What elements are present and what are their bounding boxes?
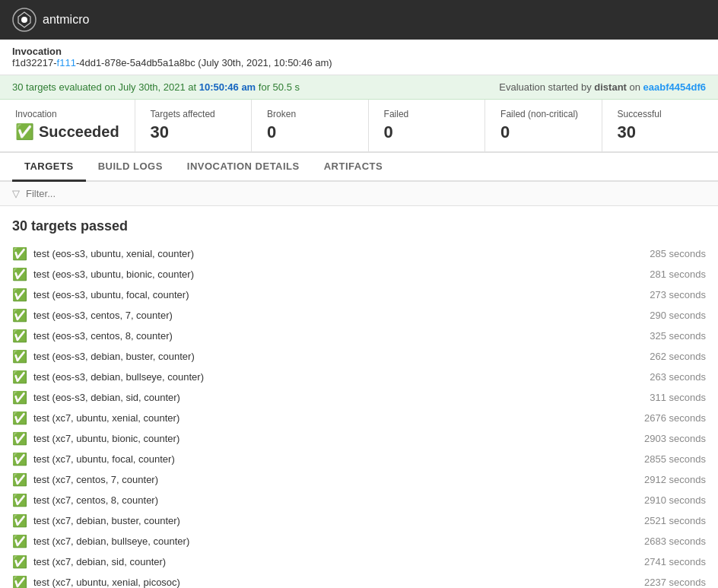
target-check-icon: ✅	[12, 452, 27, 466]
filter-icon: ▽	[12, 188, 20, 199]
target-left: ✅ test (eos-s3, ubuntu, xenial, counter)	[12, 246, 194, 261]
stat-broken: Broken 0	[252, 100, 368, 151]
target-name: test (xc7, ubuntu, focal, counter)	[33, 453, 175, 465]
target-name: test (eos-s3, debian, buster, counter)	[33, 351, 195, 362]
target-check-icon: ✅	[12, 411, 27, 425]
tab-targets[interactable]: TARGETS	[12, 153, 86, 182]
target-check-icon: ✅	[12, 308, 27, 323]
filter-bar: ▽	[0, 182, 718, 206]
target-time: 262 seconds	[650, 351, 706, 362]
target-name: test (eos-s3, debian, bullseye, counter)	[33, 371, 204, 383]
target-item: ✅ test (xc7, ubuntu, bionic, counter) 29…	[12, 428, 706, 449]
target-time: 2912 seconds	[644, 474, 706, 485]
breadcrumb-id-highlight: f111	[57, 57, 76, 68]
target-left: ✅ test (eos-s3, ubuntu, bionic, counter)	[12, 267, 194, 281]
check-circle-icon: ✅	[15, 122, 34, 141]
target-name: test (xc7, centos, 7, counter)	[33, 474, 158, 485]
info-banner: 30 targets evaluated on July 30th, 2021 …	[0, 75, 718, 100]
stats-row: Invocation ✅ Succeeded Targets affected …	[0, 100, 718, 153]
target-name: test (xc7, centos, 8, counter)	[33, 494, 158, 506]
stat-successful-label: Successful	[618, 109, 703, 119]
target-check-icon: ✅	[12, 555, 27, 569]
stat-targets-label: Targets affected	[151, 109, 236, 119]
target-left: ✅ test (xc7, ubuntu, xenial, picosoc)	[12, 575, 180, 588]
stat-invocation-value: Succeeded	[39, 123, 119, 141]
target-left: ✅ test (xc7, centos, 8, counter)	[12, 493, 158, 507]
target-left: ✅ test (xc7, debian, sid, counter)	[12, 555, 166, 569]
target-check-icon: ✅	[12, 329, 27, 343]
target-name: test (eos-s3, ubuntu, xenial, counter)	[33, 248, 194, 259]
breadcrumb-id-prefix: f1d32217-	[12, 57, 57, 68]
target-time: 2855 seconds	[644, 453, 706, 465]
target-item: ✅ test (eos-s3, debian, bullseye, counte…	[12, 367, 706, 387]
target-time: 263 seconds	[650, 371, 706, 383]
target-left: ✅ test (xc7, debian, bullseye, counter)	[12, 534, 189, 548]
targets-list: ✅ test (eos-s3, ubuntu, xenial, counter)…	[12, 243, 706, 588]
tab-build-logs[interactable]: BUILD LOGS	[86, 153, 175, 182]
target-time: 290 seconds	[650, 310, 706, 321]
stat-failed-nc-label: Failed (non-critical)	[500, 109, 586, 119]
target-time: 2683 seconds	[644, 536, 706, 547]
target-name: test (eos-s3, ubuntu, focal, counter)	[33, 289, 189, 300]
target-left: ✅ test (xc7, centos, 7, counter)	[12, 472, 158, 487]
targets-section: 30 targets passed ✅ test (eos-s3, ubuntu…	[0, 206, 718, 588]
target-item: ✅ test (xc7, ubuntu, xenial, picosoc) 22…	[12, 572, 706, 588]
filter-input[interactable]	[26, 188, 706, 199]
banner-right-prefix: Evaluation started by	[499, 81, 594, 93]
target-check-icon: ✅	[12, 431, 27, 446]
target-left: ✅ test (eos-s3, centos, 7, counter)	[12, 308, 173, 323]
target-name: test (eos-s3, centos, 8, counter)	[33, 330, 173, 342]
target-check-icon: ✅	[12, 349, 27, 364]
target-name: test (eos-s3, ubuntu, bionic, counter)	[33, 269, 194, 280]
target-check-icon: ✅	[12, 575, 27, 588]
logo: antmicro	[12, 8, 89, 32]
target-name: test (eos-s3, centos, 7, counter)	[33, 310, 173, 321]
tabs: TARGETS BUILD LOGS INVOCATION DETAILS AR…	[0, 153, 718, 182]
target-item: ✅ test (eos-s3, centos, 7, counter) 290 …	[12, 305, 706, 326]
target-item: ✅ test (xc7, debian, sid, counter) 2741 …	[12, 551, 706, 572]
info-banner-right: Evaluation started by distant on eaabf44…	[499, 81, 706, 93]
target-time: 285 seconds	[650, 248, 706, 259]
target-time: 273 seconds	[650, 289, 706, 300]
banner-distant: distant	[594, 81, 627, 93]
target-check-icon: ✅	[12, 390, 27, 405]
target-time: 2237 seconds	[644, 577, 706, 588]
target-check-icon: ✅	[12, 534, 27, 548]
stat-failed-label: Failed	[384, 109, 469, 119]
tab-invocation-details[interactable]: INVOCATION DETAILS	[175, 153, 312, 182]
stat-targets: Targets affected 30	[135, 100, 252, 151]
target-check-icon: ✅	[12, 472, 27, 487]
target-left: ✅ test (xc7, debian, buster, counter)	[12, 513, 180, 528]
breadcrumb-id: f1d32217-f111-4dd1-878e-5a4db5a1a8bc (Ju…	[12, 57, 706, 68]
target-left: ✅ test (xc7, ubuntu, focal, counter)	[12, 452, 175, 466]
target-item: ✅ test (eos-s3, ubuntu, focal, counter) …	[12, 284, 706, 305]
target-left: ✅ test (eos-s3, centos, 8, counter)	[12, 329, 173, 343]
tab-artifacts[interactable]: ARTIFACTS	[312, 153, 395, 182]
stat-failed: Failed 0	[369, 100, 485, 151]
info-banner-left: 30 targets evaluated on July 30th, 2021 …	[12, 81, 300, 93]
target-left: ✅ test (eos-s3, debian, sid, counter)	[12, 390, 180, 405]
target-time: 2676 seconds	[644, 412, 706, 424]
target-check-icon: ✅	[12, 493, 27, 507]
target-time: 325 seconds	[650, 330, 706, 342]
banner-left-suffix: for 50.5 s	[256, 81, 300, 93]
target-check-icon: ✅	[12, 267, 27, 281]
target-name: test (xc7, debian, buster, counter)	[33, 515, 180, 526]
stat-failed-nc-value: 0	[500, 122, 586, 142]
target-item: ✅ test (eos-s3, debian, sid, counter) 31…	[12, 387, 706, 408]
stat-invocation-label: Invocation	[15, 109, 119, 119]
banner-on: on	[627, 81, 643, 93]
target-check-icon: ✅	[12, 288, 27, 302]
target-item: ✅ test (xc7, centos, 7, counter) 2912 se…	[12, 469, 706, 490]
target-item: ✅ test (xc7, ubuntu, xenial, counter) 26…	[12, 408, 706, 428]
target-check-icon: ✅	[12, 246, 27, 261]
breadcrumb: Invocation f1d32217-f111-4dd1-878e-5a4db…	[0, 40, 718, 75]
stat-broken-label: Broken	[267, 109, 352, 119]
target-name: test (xc7, ubuntu, bionic, counter)	[33, 433, 180, 444]
target-left: ✅ test (eos-s3, debian, bullseye, counte…	[12, 370, 204, 384]
target-item: ✅ test (eos-s3, ubuntu, bionic, counter)…	[12, 264, 706, 284]
target-left: ✅ test (eos-s3, debian, buster, counter)	[12, 349, 195, 364]
target-time: 2903 seconds	[644, 433, 706, 444]
targets-heading: 30 targets passed	[12, 218, 706, 234]
target-left: ✅ test (xc7, ubuntu, bionic, counter)	[12, 431, 180, 446]
